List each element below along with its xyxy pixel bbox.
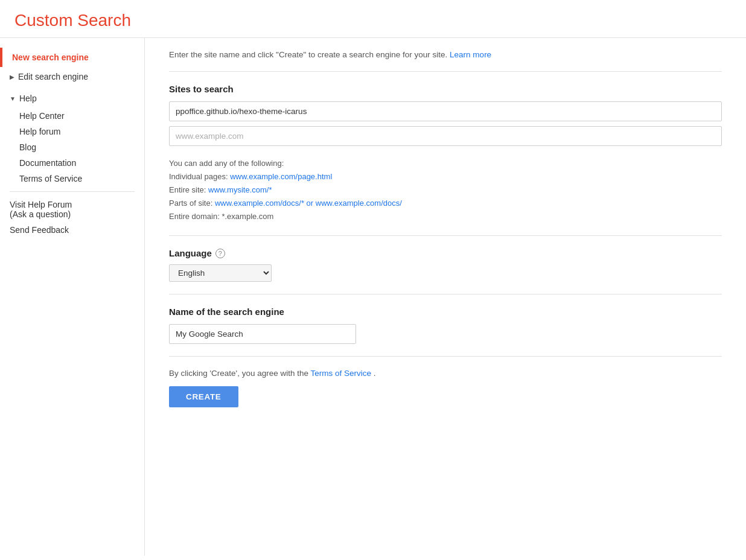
hint-prefix: You can add any of the following:: [169, 157, 722, 170]
divider-name: [169, 294, 722, 294]
hint-line-2: Parts of site: www.example.com/docs/* or…: [169, 197, 722, 210]
intro-text: Enter the site name and click "Create" t…: [169, 50, 722, 59]
sites-section: Sites to search You can add any of the f…: [169, 84, 722, 223]
sidebar-subitem-help-center[interactable]: Help Center: [19, 108, 144, 124]
language-label-row: Language ?: [169, 248, 722, 258]
divider-create: [169, 356, 722, 357]
sidebar-item-visit-help-forum[interactable]: Visit Help Forum (Ask a question): [10, 197, 144, 222]
site-input-filled[interactable]: [169, 101, 722, 121]
main-content: Enter the site name and click "Create" t…: [145, 38, 746, 556]
sidebar-item-send-feedback[interactable]: Send Feedback: [10, 222, 144, 238]
learn-more-link[interactable]: Learn more: [450, 50, 491, 59]
hint-line-0: Individual pages: www.example.com/page.h…: [169, 170, 722, 183]
sidebar-item-new-engine[interactable]: New search engine: [0, 48, 144, 67]
hint-link-0[interactable]: www.example.com/page.html: [230, 172, 332, 181]
tos-row: By clicking 'Create', you agree with the…: [169, 369, 722, 378]
chevron-right-icon: ▶: [10, 74, 14, 80]
name-section: Name of the search engine: [169, 307, 722, 344]
create-section: By clicking 'Create', you agree with the…: [169, 369, 722, 407]
sidebar-help-subitems: Help Center Help forum Blog Documentatio…: [0, 108, 144, 186]
language-select[interactable]: English Spanish French German Japanese C…: [169, 264, 272, 282]
sidebar-subitem-documentation[interactable]: Documentation: [19, 155, 144, 171]
search-engine-name-input[interactable]: [169, 324, 356, 344]
divider-sites: [169, 71, 722, 72]
sidebar-subitem-help-forum[interactable]: Help forum: [19, 124, 144, 139]
hint-link-2[interactable]: www.example.com/docs/* or www.example.co…: [215, 199, 402, 208]
sidebar-item-edit-engine[interactable]: ▶ Edit search engine: [0, 67, 144, 86]
chevron-down-icon: ▼: [10, 95, 16, 102]
hint-link-1[interactable]: www.mysite.com/*: [208, 185, 272, 194]
sidebar-help-header[interactable]: ▼ Help: [0, 89, 144, 108]
hint-line-1: Entire site: www.mysite.com/*: [169, 183, 722, 197]
sidebar: New search engine ▶ Edit search engine ▼…: [0, 38, 145, 556]
sidebar-subitem-blog[interactable]: Blog: [19, 139, 144, 155]
sidebar-subitem-terms[interactable]: Terms of Service: [19, 171, 144, 186]
tos-link[interactable]: Terms of Service: [311, 369, 372, 378]
sidebar-divider: [10, 191, 135, 192]
sidebar-help-section: ▼ Help Help Center Help forum Blog Docum…: [0, 89, 144, 186]
app-title: Custom Search: [14, 11, 131, 30]
hint-block: You can add any of the following: Indivi…: [169, 157, 722, 223]
language-help-icon[interactable]: ?: [215, 249, 225, 258]
sidebar-bottom-items: Visit Help Forum (Ask a question) Send F…: [0, 197, 144, 238]
site-input-empty[interactable]: [169, 126, 722, 146]
create-button[interactable]: CREATE: [169, 386, 238, 407]
hint-line-3: Entire domain: *.example.com: [169, 210, 722, 223]
app-header: Custom Search: [0, 0, 746, 38]
language-section-title: Language: [169, 248, 212, 258]
name-section-title: Name of the search engine: [169, 307, 722, 317]
divider-language: [169, 235, 722, 236]
sites-section-title: Sites to search: [169, 84, 722, 94]
language-section: Language ? English Spanish French German…: [169, 248, 722, 282]
